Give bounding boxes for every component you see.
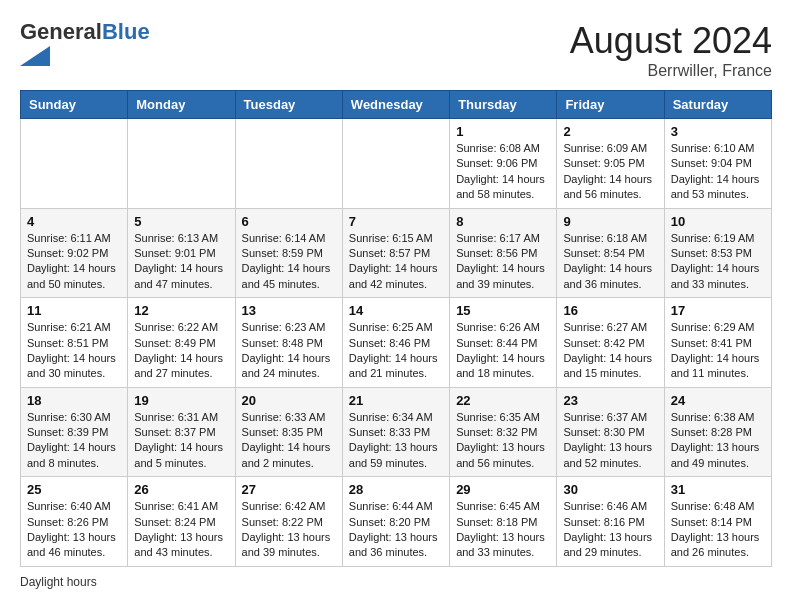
day-info: Sunrise: 6:18 AMSunset: 8:54 PMDaylight:…: [563, 231, 657, 293]
calendar-cell: 24Sunrise: 6:38 AMSunset: 8:28 PMDayligh…: [664, 387, 771, 477]
calendar-cell: 14Sunrise: 6:25 AMSunset: 8:46 PMDayligh…: [342, 298, 449, 388]
logo-icon: [20, 46, 50, 66]
calendar-cell: 15Sunrise: 6:26 AMSunset: 8:44 PMDayligh…: [450, 298, 557, 388]
calendar-cell: 19Sunrise: 6:31 AMSunset: 8:37 PMDayligh…: [128, 387, 235, 477]
day-info: Sunrise: 6:40 AMSunset: 8:26 PMDaylight:…: [27, 499, 121, 561]
day-number: 26: [134, 482, 228, 497]
calendar-header-row: SundayMondayTuesdayWednesdayThursdayFrid…: [21, 91, 772, 119]
calendar-cell: 17Sunrise: 6:29 AMSunset: 8:41 PMDayligh…: [664, 298, 771, 388]
calendar-week-4: 18Sunrise: 6:30 AMSunset: 8:39 PMDayligh…: [21, 387, 772, 477]
logo: GeneralBlue: [20, 20, 150, 66]
calendar-cell: 27Sunrise: 6:42 AMSunset: 8:22 PMDayligh…: [235, 477, 342, 567]
day-number: 19: [134, 393, 228, 408]
day-header-saturday: Saturday: [664, 91, 771, 119]
day-number: 24: [671, 393, 765, 408]
calendar-cell: 29Sunrise: 6:45 AMSunset: 8:18 PMDayligh…: [450, 477, 557, 567]
day-number: 10: [671, 214, 765, 229]
day-number: 17: [671, 303, 765, 318]
day-info: Sunrise: 6:30 AMSunset: 8:39 PMDaylight:…: [27, 410, 121, 472]
calendar-cell: 5Sunrise: 6:13 AMSunset: 9:01 PMDaylight…: [128, 208, 235, 298]
day-number: 3: [671, 124, 765, 139]
calendar-cell: 23Sunrise: 6:37 AMSunset: 8:30 PMDayligh…: [557, 387, 664, 477]
day-header-friday: Friday: [557, 91, 664, 119]
calendar-week-5: 25Sunrise: 6:40 AMSunset: 8:26 PMDayligh…: [21, 477, 772, 567]
calendar-week-1: 1Sunrise: 6:08 AMSunset: 9:06 PMDaylight…: [21, 119, 772, 209]
calendar-cell: 20Sunrise: 6:33 AMSunset: 8:35 PMDayligh…: [235, 387, 342, 477]
day-number: 13: [242, 303, 336, 318]
day-number: 2: [563, 124, 657, 139]
calendar-week-3: 11Sunrise: 6:21 AMSunset: 8:51 PMDayligh…: [21, 298, 772, 388]
calendar-cell: 10Sunrise: 6:19 AMSunset: 8:53 PMDayligh…: [664, 208, 771, 298]
day-info: Sunrise: 6:46 AMSunset: 8:16 PMDaylight:…: [563, 499, 657, 561]
calendar-week-2: 4Sunrise: 6:11 AMSunset: 9:02 PMDaylight…: [21, 208, 772, 298]
day-number: 30: [563, 482, 657, 497]
calendar-cell: 26Sunrise: 6:41 AMSunset: 8:24 PMDayligh…: [128, 477, 235, 567]
page-header: GeneralBlue August 2024 Berrwiller, Fran…: [20, 20, 772, 80]
calendar-cell: [128, 119, 235, 209]
day-number: 12: [134, 303, 228, 318]
day-number: 15: [456, 303, 550, 318]
day-number: 1: [456, 124, 550, 139]
day-info: Sunrise: 6:10 AMSunset: 9:04 PMDaylight:…: [671, 141, 765, 203]
day-info: Sunrise: 6:33 AMSunset: 8:35 PMDaylight:…: [242, 410, 336, 472]
day-info: Sunrise: 6:26 AMSunset: 8:44 PMDaylight:…: [456, 320, 550, 382]
day-info: Sunrise: 6:14 AMSunset: 8:59 PMDaylight:…: [242, 231, 336, 293]
day-number: 25: [27, 482, 121, 497]
location: Berrwiller, France: [570, 62, 772, 80]
svg-marker-0: [20, 46, 50, 66]
calendar-cell: 18Sunrise: 6:30 AMSunset: 8:39 PMDayligh…: [21, 387, 128, 477]
day-info: Sunrise: 6:45 AMSunset: 8:18 PMDaylight:…: [456, 499, 550, 561]
day-number: 27: [242, 482, 336, 497]
day-number: 21: [349, 393, 443, 408]
calendar-cell: 25Sunrise: 6:40 AMSunset: 8:26 PMDayligh…: [21, 477, 128, 567]
logo-text: GeneralBlue: [20, 20, 150, 44]
calendar-cell: 2Sunrise: 6:09 AMSunset: 9:05 PMDaylight…: [557, 119, 664, 209]
day-info: Sunrise: 6:27 AMSunset: 8:42 PMDaylight:…: [563, 320, 657, 382]
day-info: Sunrise: 6:11 AMSunset: 9:02 PMDaylight:…: [27, 231, 121, 293]
day-info: Sunrise: 6:09 AMSunset: 9:05 PMDaylight:…: [563, 141, 657, 203]
calendar-cell: [21, 119, 128, 209]
calendar-cell: [342, 119, 449, 209]
day-number: 5: [134, 214, 228, 229]
day-info: Sunrise: 6:23 AMSunset: 8:48 PMDaylight:…: [242, 320, 336, 382]
day-info: Sunrise: 6:21 AMSunset: 8:51 PMDaylight:…: [27, 320, 121, 382]
calendar-cell: 9Sunrise: 6:18 AMSunset: 8:54 PMDaylight…: [557, 208, 664, 298]
calendar-cell: 28Sunrise: 6:44 AMSunset: 8:20 PMDayligh…: [342, 477, 449, 567]
day-header-sunday: Sunday: [21, 91, 128, 119]
footer-note: Daylight hours: [20, 575, 772, 589]
day-number: 28: [349, 482, 443, 497]
calendar-cell: 4Sunrise: 6:11 AMSunset: 9:02 PMDaylight…: [21, 208, 128, 298]
day-info: Sunrise: 6:29 AMSunset: 8:41 PMDaylight:…: [671, 320, 765, 382]
title-block: August 2024 Berrwiller, France: [570, 20, 772, 80]
day-header-tuesday: Tuesday: [235, 91, 342, 119]
day-info: Sunrise: 6:15 AMSunset: 8:57 PMDaylight:…: [349, 231, 443, 293]
day-header-monday: Monday: [128, 91, 235, 119]
calendar-cell: 13Sunrise: 6:23 AMSunset: 8:48 PMDayligh…: [235, 298, 342, 388]
day-info: Sunrise: 6:44 AMSunset: 8:20 PMDaylight:…: [349, 499, 443, 561]
day-number: 4: [27, 214, 121, 229]
logo-blue: Blue: [102, 19, 150, 44]
day-number: 16: [563, 303, 657, 318]
day-number: 23: [563, 393, 657, 408]
day-info: Sunrise: 6:31 AMSunset: 8:37 PMDaylight:…: [134, 410, 228, 472]
day-info: Sunrise: 6:08 AMSunset: 9:06 PMDaylight:…: [456, 141, 550, 203]
day-info: Sunrise: 6:38 AMSunset: 8:28 PMDaylight:…: [671, 410, 765, 472]
calendar-cell: 6Sunrise: 6:14 AMSunset: 8:59 PMDaylight…: [235, 208, 342, 298]
calendar-cell: 12Sunrise: 6:22 AMSunset: 8:49 PMDayligh…: [128, 298, 235, 388]
calendar-cell: 16Sunrise: 6:27 AMSunset: 8:42 PMDayligh…: [557, 298, 664, 388]
day-header-thursday: Thursday: [450, 91, 557, 119]
day-number: 31: [671, 482, 765, 497]
day-info: Sunrise: 6:34 AMSunset: 8:33 PMDaylight:…: [349, 410, 443, 472]
calendar-table: SundayMondayTuesdayWednesdayThursdayFrid…: [20, 90, 772, 567]
day-number: 29: [456, 482, 550, 497]
calendar-cell: 7Sunrise: 6:15 AMSunset: 8:57 PMDaylight…: [342, 208, 449, 298]
day-info: Sunrise: 6:35 AMSunset: 8:32 PMDaylight:…: [456, 410, 550, 472]
day-info: Sunrise: 6:37 AMSunset: 8:30 PMDaylight:…: [563, 410, 657, 472]
calendar-cell: 30Sunrise: 6:46 AMSunset: 8:16 PMDayligh…: [557, 477, 664, 567]
calendar-cell: 8Sunrise: 6:17 AMSunset: 8:56 PMDaylight…: [450, 208, 557, 298]
day-number: 9: [563, 214, 657, 229]
day-number: 7: [349, 214, 443, 229]
day-number: 6: [242, 214, 336, 229]
day-number: 20: [242, 393, 336, 408]
day-number: 22: [456, 393, 550, 408]
